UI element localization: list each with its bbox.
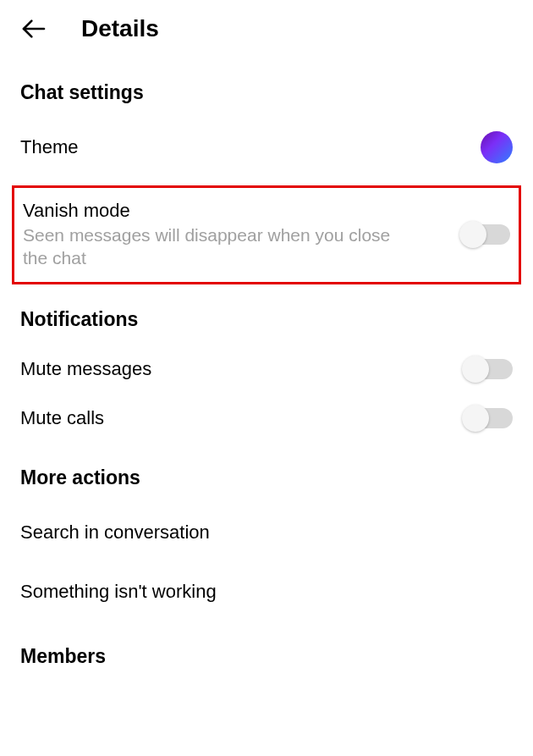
toggle-knob [462,356,489,383]
vanish-mode-label: Vanish mode [23,200,461,222]
mute-calls-row[interactable]: Mute calls [20,394,513,443]
back-icon[interactable] [20,15,47,42]
section-chat-settings: Chat settings [20,58,513,118]
theme-color-icon [481,131,513,163]
search-conversation-row[interactable]: Search in conversation [20,503,513,562]
report-problem-row[interactable]: Something isn't working [20,562,513,621]
mute-messages-label: Mute messages [20,358,464,380]
mute-messages-toggle[interactable] [464,359,513,379]
mute-calls-label: Mute calls [20,407,464,429]
header-bar: Details [0,0,533,58]
vanish-mode-description: Seen messages will disappear when you cl… [23,223,404,270]
mute-messages-row[interactable]: Mute messages [20,345,513,394]
page-title: Details [81,15,159,42]
search-conversation-label: Search in conversation [20,521,513,544]
section-members: Members [20,621,513,682]
content: Chat settings Theme Vanish mode Seen mes… [0,58,533,682]
report-problem-label: Something isn't working [20,581,513,603]
mute-calls-toggle[interactable] [464,408,513,428]
theme-label: Theme [20,136,481,158]
toggle-knob [462,405,489,432]
section-notifications: Notifications [20,284,513,345]
vanish-mode-toggle[interactable] [461,224,510,245]
theme-row[interactable]: Theme [20,118,513,177]
section-more-actions: More actions [20,443,513,503]
toggle-knob [459,221,486,248]
vanish-mode-row[interactable]: Vanish mode Seen messages will disappear… [23,200,510,270]
vanish-mode-highlight: Vanish mode Seen messages will disappear… [12,185,521,284]
